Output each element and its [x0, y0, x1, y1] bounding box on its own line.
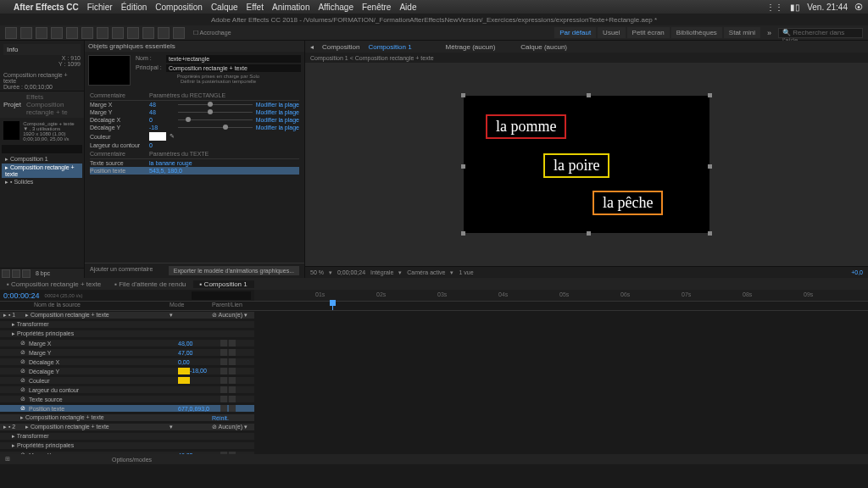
timeline-search[interactable]	[192, 291, 251, 300]
text-tool[interactable]	[97, 27, 108, 39]
timeline-toggle-icon[interactable]: ⊞	[5, 456, 10, 463]
param-slider[interactable]	[178, 104, 253, 105]
graph-icon[interactable]	[229, 377, 236, 384]
param-value[interactable]: 48	[149, 109, 175, 115]
brush-tool[interactable]	[112, 27, 124, 39]
range-link[interactable]: Modifier la plage	[256, 109, 299, 115]
export-mogrt-button[interactable]: Exporter le modèle d'animations graphiqu…	[169, 266, 299, 275]
app-name[interactable]: After Effects CC	[14, 3, 79, 12]
prop-group[interactable]: ▸ Transformer	[12, 433, 254, 440]
menu-item[interactable]: Édition	[121, 3, 147, 12]
timeline-timecode[interactable]: 0:00:00:24	[3, 291, 40, 300]
egp-name-input[interactable]: texte+rectangle	[166, 55, 301, 63]
clone-tool[interactable]	[127, 27, 139, 39]
property-value[interactable]: 677,0,693,0	[178, 406, 220, 412]
graph-icon[interactable]	[229, 358, 236, 365]
help-search[interactable]: 🔍 Rechercher dans l'aide	[778, 28, 863, 38]
canvas[interactable]: la pommela poirela pêche	[464, 96, 709, 233]
expression-icon[interactable]	[220, 340, 227, 347]
expression-icon[interactable]	[220, 396, 227, 402]
egp-comment-input[interactable]: Ajouter un commentaire	[90, 266, 153, 275]
expression-icon[interactable]	[220, 386, 227, 393]
prop-group[interactable]: ▸ Propriétés principales	[12, 442, 254, 449]
range-link[interactable]: Modifier la plage	[256, 117, 299, 123]
graph-icon[interactable]	[229, 396, 236, 402]
property[interactable]: Décalage Y	[29, 369, 178, 374]
workspace-tab[interactable]: Stat mini	[724, 27, 760, 38]
param-slider[interactable]	[178, 112, 253, 113]
camera-dropdown[interactable]: Caméra active	[407, 269, 445, 275]
menu-item[interactable]: Effet	[247, 3, 264, 12]
property-value[interactable]: 48,00	[178, 341, 220, 347]
property[interactable]: Largeur du contour	[29, 387, 178, 393]
property[interactable]: Marge X	[29, 341, 178, 347]
hand-tool[interactable]	[20, 27, 32, 39]
prop-group[interactable]: ▸ Propriétés principales	[12, 330, 254, 337]
expression-icon[interactable]	[220, 368, 227, 374]
menu-item[interactable]: Affichage	[318, 3, 353, 12]
quality-dropdown[interactable]: Intégrale	[370, 269, 393, 275]
views-dropdown[interactable]: 1 vue	[459, 269, 473, 275]
graph-icon[interactable]	[229, 340, 236, 347]
property[interactable]: Position texte	[29, 406, 178, 412]
wifi-icon[interactable]: ⋮⋮	[766, 3, 783, 12]
project-item[interactable]: ▸ Composition rectangle + texte	[2, 164, 82, 178]
graph-icon[interactable]	[229, 368, 236, 374]
selection-tool[interactable]	[5, 27, 17, 39]
expression-icon[interactable]	[220, 349, 227, 356]
project-item[interactable]: ▸ ▪ Solides	[2, 178, 82, 186]
property-value[interactable]: -18,00	[178, 368, 220, 374]
expression-icon[interactable]	[220, 405, 227, 412]
property-value[interactable]: 47,00	[178, 350, 220, 356]
property[interactable]: Décalage X	[29, 359, 178, 365]
range-link[interactable]: Modifier la plage	[256, 102, 299, 108]
property-value[interactable]: 0,00	[178, 359, 220, 365]
pen-tool[interactable]	[81, 27, 93, 39]
timeline-tab[interactable]: ▪ Composition rectangle + texte	[0, 280, 108, 288]
project-folder-icon[interactable]	[12, 269, 20, 278]
menu-item[interactable]: Fenêtre	[362, 3, 391, 12]
puppet-tool[interactable]	[173, 27, 185, 39]
param-value[interactable]: -18	[149, 125, 175, 130]
param-slider[interactable]	[178, 119, 253, 120]
graph-icon[interactable]	[229, 349, 236, 356]
graph-icon[interactable]	[229, 405, 236, 412]
property[interactable]: Couleur	[29, 378, 178, 384]
project-new-icon[interactable]	[2, 269, 10, 278]
text-layer[interactable]: la pêche	[593, 191, 663, 215]
project-tab[interactable]: Projet	[3, 101, 21, 108]
property-value[interactable]	[178, 377, 220, 384]
comp-tab-prev-icon[interactable]: ◂	[310, 43, 314, 51]
project-trash-icon[interactable]	[22, 269, 31, 278]
param-value[interactable]: 48	[149, 102, 175, 108]
timeline-tab[interactable]: ▪ Composition 1	[193, 280, 254, 288]
project-item[interactable]: ▸ Composition 1	[2, 155, 82, 164]
param-slider[interactable]	[178, 127, 253, 128]
text-layer[interactable]: la pomme	[486, 114, 566, 139]
graph-icon[interactable]	[229, 386, 236, 393]
sublayer[interactable]: ▸ Composition rectangle + texte	[20, 414, 212, 421]
menu-item[interactable]: Fichier	[87, 3, 113, 12]
eyedropper-icon[interactable]: ✎	[170, 133, 175, 140]
rotate-tool[interactable]	[51, 27, 63, 39]
workspace-tab[interactable]: Bibliothèques	[671, 27, 722, 38]
layer-name[interactable]: ▸ Composition rectangle + texte	[25, 424, 170, 430]
playhead[interactable]	[332, 302, 333, 310]
menu-item[interactable]: Calque	[211, 3, 238, 12]
zoom-dropdown[interactable]: 50 %	[310, 269, 324, 275]
menu-item[interactable]: Composition	[155, 3, 203, 12]
viewer-time[interactable]: 0;00;00;24	[337, 269, 365, 275]
zoom-tool[interactable]	[36, 27, 47, 39]
color-swatch[interactable]	[149, 132, 166, 141]
prop-group[interactable]: ▸ Transformer	[12, 321, 254, 328]
effects-tab[interactable]: Effets Composition rectangle + te	[26, 93, 81, 116]
layer-name[interactable]: ▸ Composition rectangle + texte	[25, 312, 170, 319]
shape-tool[interactable]	[66, 27, 78, 39]
expression-icon[interactable]	[220, 358, 227, 365]
eraser-tool[interactable]	[142, 27, 154, 39]
range-link[interactable]: Modifier la plage	[256, 125, 299, 130]
param-value[interactable]: 0	[149, 117, 175, 123]
menu-item[interactable]: Animation	[272, 3, 309, 12]
workspace-tab[interactable]: Petit écran	[627, 27, 670, 38]
battery-icon[interactable]: ▮▯	[790, 3, 800, 12]
